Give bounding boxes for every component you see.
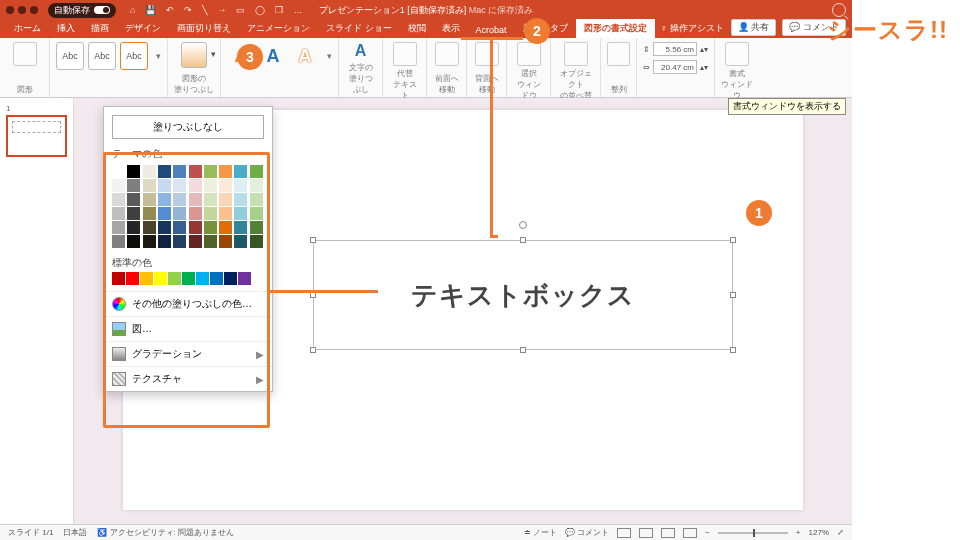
notes-button[interactable]: ≐ ノート — [524, 527, 557, 538]
stepper-icon[interactable]: ▴▾ — [700, 63, 708, 72]
shape-style-1[interactable]: Abc — [56, 42, 84, 70]
tab-acrobat[interactable]: Acrobat — [468, 22, 515, 38]
send-backward-button[interactable] — [475, 42, 499, 66]
color-swatch[interactable] — [196, 272, 209, 285]
color-swatch[interactable] — [234, 235, 247, 248]
color-swatch[interactable] — [219, 221, 232, 234]
color-swatch[interactable] — [219, 193, 232, 206]
window-controls[interactable] — [6, 6, 38, 14]
color-swatch[interactable] — [127, 221, 140, 234]
more-icon[interactable]: … — [293, 5, 302, 15]
resize-handle[interactable] — [730, 237, 736, 243]
comments-button[interactable]: 💬 コメント — [565, 527, 609, 538]
zoom-in-button[interactable]: + — [796, 528, 801, 537]
slide-thumbnail-1[interactable] — [6, 115, 67, 157]
color-swatch[interactable] — [127, 207, 140, 220]
color-swatch[interactable] — [173, 207, 186, 220]
color-swatch[interactable] — [210, 272, 223, 285]
color-swatch[interactable] — [189, 165, 202, 178]
color-swatch[interactable] — [234, 179, 247, 192]
tab-draw[interactable]: 描画 — [83, 19, 117, 38]
color-swatch[interactable] — [143, 207, 156, 220]
color-swatch[interactable] — [112, 165, 125, 178]
line-icon[interactable]: ╲ — [202, 5, 207, 15]
tab-review[interactable]: 校閲 — [400, 19, 434, 38]
color-swatch[interactable] — [219, 165, 232, 178]
color-swatch[interactable] — [173, 221, 186, 234]
quick-access-toolbar[interactable]: ⌂ 💾 ↶ ↷ ╲ → ▭ ◯ ❒ … — [130, 5, 302, 15]
color-swatch[interactable] — [158, 179, 171, 192]
slideshow-view-button[interactable] — [683, 528, 697, 538]
color-swatch[interactable] — [173, 165, 186, 178]
color-swatch[interactable] — [127, 179, 140, 192]
width-input[interactable]: 20.47 cm — [653, 60, 697, 74]
tab-transitions[interactable]: 画面切り替え — [169, 19, 239, 38]
color-swatch[interactable] — [143, 193, 156, 206]
color-swatch[interactable] — [234, 193, 247, 206]
color-swatch[interactable] — [189, 179, 202, 192]
format-pane-button[interactable] — [725, 42, 749, 66]
color-swatch[interactable] — [158, 207, 171, 220]
color-swatch[interactable] — [204, 221, 217, 234]
color-swatch[interactable] — [112, 235, 125, 248]
color-swatch[interactable] — [143, 165, 156, 178]
home-icon[interactable]: ⌂ — [130, 5, 135, 15]
wordart-style-3[interactable]: A — [291, 42, 319, 70]
reading-view-button[interactable] — [661, 528, 675, 538]
color-swatch[interactable] — [143, 179, 156, 192]
shape-fill-popup[interactable]: 塗りつぶしなし テーマの色 標準の色 その他の塗りつぶしの色… 図… グラデーシ… — [103, 106, 273, 392]
color-swatch[interactable] — [234, 207, 247, 220]
tab-view[interactable]: 表示 — [434, 19, 468, 38]
chevron-down-icon[interactable]: ▾ — [327, 51, 332, 61]
redo-icon[interactable]: ↷ — [184, 5, 192, 15]
color-swatch[interactable] — [173, 193, 186, 206]
rotate-handle[interactable] — [519, 221, 527, 229]
accessibility-status[interactable]: ♿ アクセシビリティ: 問題ありません — [97, 527, 234, 538]
shape-style-3[interactable]: Abc — [120, 42, 148, 70]
color-swatch[interactable] — [204, 207, 217, 220]
shape-fill-button[interactable] — [181, 42, 207, 68]
resize-handle[interactable] — [730, 347, 736, 353]
chevron-down-icon[interactable]: ▾ — [156, 51, 161, 61]
color-swatch[interactable] — [250, 193, 263, 206]
slide-thumbnails[interactable]: 1 — [0, 98, 74, 524]
insert-shape-button[interactable] — [13, 42, 37, 66]
arrow-icon[interactable]: → — [217, 5, 226, 15]
color-swatch[interactable] — [127, 235, 140, 248]
tab-shape-format[interactable]: 図形の書式設定 — [576, 19, 655, 38]
color-swatch[interactable] — [250, 179, 263, 192]
wordart-style-2[interactable]: A — [259, 42, 287, 70]
color-swatch[interactable] — [250, 235, 263, 248]
color-swatch[interactable] — [204, 165, 217, 178]
color-swatch[interactable] — [219, 235, 232, 248]
tab-animations[interactable]: アニメーション — [239, 19, 318, 38]
undo-icon[interactable]: ↶ — [166, 5, 174, 15]
color-swatch[interactable] — [143, 235, 156, 248]
color-swatch[interactable] — [112, 179, 125, 192]
standard-color-swatches[interactable] — [104, 270, 272, 291]
resize-handle[interactable] — [520, 347, 526, 353]
color-swatch[interactable] — [234, 165, 247, 178]
fit-window-button[interactable]: ⤢ — [837, 528, 844, 537]
color-swatch[interactable] — [112, 207, 125, 220]
normal-view-button[interactable] — [617, 528, 631, 538]
oval-icon[interactable]: ◯ — [255, 5, 265, 15]
color-swatch[interactable] — [158, 165, 171, 178]
autosave-pill[interactable] — [94, 6, 110, 14]
gradient-fill[interactable]: グラデーション▶ — [104, 341, 272, 366]
resize-handle[interactable] — [310, 347, 316, 353]
color-swatch[interactable] — [234, 221, 247, 234]
stepper-icon[interactable]: ▴▾ — [700, 45, 708, 54]
theme-color-swatches[interactable] — [104, 161, 272, 252]
color-swatch[interactable] — [219, 179, 232, 192]
color-swatch[interactable] — [204, 235, 217, 248]
more-fill-colors[interactable]: その他の塗りつぶしの色… — [104, 291, 272, 316]
color-swatch[interactable] — [158, 221, 171, 234]
color-swatch[interactable] — [224, 272, 237, 285]
color-swatch[interactable] — [143, 221, 156, 234]
color-swatch[interactable] — [250, 221, 263, 234]
picture-fill[interactable]: 図… — [104, 316, 272, 341]
height-input[interactable]: 5.56 cm — [653, 42, 697, 56]
color-swatch[interactable] — [250, 207, 263, 220]
color-swatch[interactable] — [112, 193, 125, 206]
